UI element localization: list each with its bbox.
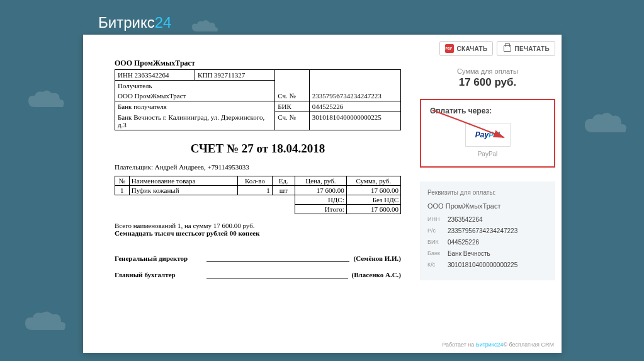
print-button[interactable]: ПЕЧАТАТЬ bbox=[497, 41, 555, 56]
invoice-document: ООО ПромЖмыхТраст ИНН 2363542264 КПП 392… bbox=[89, 41, 414, 347]
amount-block: Сумма для оплаты 17 600 руб. bbox=[420, 67, 555, 89]
payer-info: Плательщик: Андрей Андреев, +79114953033 bbox=[115, 163, 401, 171]
download-button[interactable]: СКАЧАТЬ bbox=[439, 41, 494, 56]
requisites-block: Реквизиты для оплаты: ООО ПромЖмыхТраст … bbox=[420, 181, 555, 280]
amount-value: 17 600 руб. bbox=[420, 76, 555, 89]
pay-via-block: Оплатить через: PayPal PayPal bbox=[420, 99, 555, 168]
table-row: 1 Пуфик кожаный 1 шт 17 600.00 17 600.00 bbox=[115, 185, 401, 195]
sidebar: СКАЧАТЬ ПЕЧАТАТЬ Сумма для оплаты 17 600… bbox=[420, 41, 555, 347]
signatures: Генеральный директор (Семёнов И.И.) Глав… bbox=[115, 255, 401, 278]
footer-link[interactable]: Битрикс24 bbox=[476, 341, 504, 348]
pdf-icon bbox=[445, 44, 454, 53]
company-name: ООО ПромЖмыхТраст bbox=[115, 59, 401, 68]
summary: Всего наименований 1, на сумму 17 600.00… bbox=[115, 222, 401, 237]
brand-logo: Битрикс24 bbox=[98, 14, 171, 32]
bank-details-table: ИНН 2363542264 КПП 392711327 Получатель … bbox=[115, 69, 401, 130]
paypal-icon: PayPal bbox=[475, 130, 500, 139]
footer: Работает на Битрикс24© бесплатная CRM bbox=[442, 341, 554, 348]
print-icon bbox=[502, 44, 511, 53]
document-page: ООО ПромЖмыхТраст ИНН 2363542264 КПП 392… bbox=[83, 35, 562, 353]
paypal-button[interactable]: PayPal bbox=[465, 123, 511, 147]
items-table: № Наименование товара Кол-во Ед. Цена, р… bbox=[115, 176, 401, 214]
invoice-title: СЧЕТ № 27 от 18.04.2018 bbox=[115, 142, 401, 156]
